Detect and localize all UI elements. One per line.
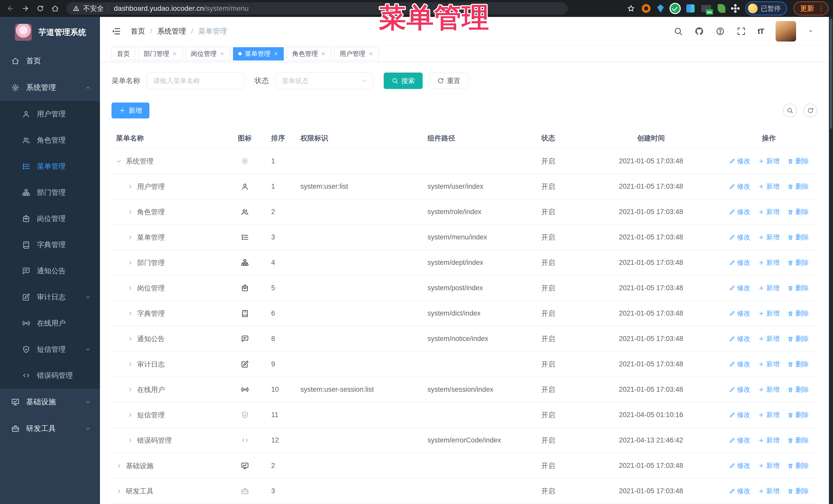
delete-action-link[interactable]: 删除 [787, 182, 809, 191]
tab-menu[interactable]: 菜单管理 [233, 47, 284, 61]
font-size-icon[interactable]: tT [758, 27, 764, 35]
sidebar-item-devtool[interactable]: 研发工具 [0, 415, 100, 442]
onoff-extension-icon[interactable] [701, 5, 711, 12]
sidebar-item-role[interactable]: 角色管理 [0, 127, 100, 153]
delete-action-link[interactable]: 删除 [787, 436, 809, 445]
sidebar-item-errcode[interactable]: 错误码管理 [0, 362, 100, 389]
delete-action-link[interactable]: 删除 [787, 486, 809, 496]
cell-menu-name[interactable]: 部门管理 [112, 258, 225, 267]
cell-menu-name[interactable]: 研发工具 [112, 486, 225, 496]
status-select[interactable]: 菜单状态 [276, 72, 373, 89]
edit-action-link[interactable]: 修改 [729, 461, 751, 470]
add-action-link[interactable]: 新增 [758, 486, 780, 496]
delete-action-link[interactable]: 删除 [787, 208, 809, 216]
address-bar[interactable]: 不安全 dashboard.yudao.iocoder.cn/system/me… [66, 2, 568, 15]
orange-ring-extension-icon[interactable] [642, 4, 650, 13]
scrollbar-thumb[interactable] [830, 19, 832, 129]
fullscreen-icon[interactable] [737, 27, 746, 36]
add-action-link[interactable]: 新增 [758, 284, 780, 292]
delete-action-link[interactable]: 删除 [787, 385, 809, 394]
white-puzzle-extension-icon[interactable] [734, 7, 737, 10]
edit-action-link[interactable]: 修改 [729, 182, 751, 191]
sidebar-item-menu[interactable]: 菜单管理 [0, 153, 100, 179]
add-action-link[interactable]: 新增 [758, 233, 780, 242]
forward-icon[interactable] [20, 3, 31, 14]
delete-action-link[interactable]: 删除 [787, 410, 809, 419]
teal-grid-extension-icon[interactable] [686, 4, 695, 13]
breadcrumb-item[interactable]: 首页 [131, 26, 145, 36]
cell-menu-name[interactable]: 审计日志 [112, 360, 225, 369]
edit-action-link[interactable]: 修改 [729, 334, 751, 343]
delete-action-link[interactable]: 删除 [787, 233, 809, 242]
tab-home[interactable]: 首页 [112, 47, 135, 61]
sidebar-item-dept[interactable]: 部门管理 [0, 179, 100, 206]
delete-action-link[interactable]: 删除 [787, 157, 809, 166]
user-avatar[interactable] [776, 21, 796, 42]
delete-action-link[interactable]: 删除 [787, 258, 809, 267]
add-action-link[interactable]: 新增 [758, 182, 780, 191]
add-action-link[interactable]: 新增 [758, 208, 780, 216]
github-icon[interactable] [695, 27, 704, 36]
green-leaf-extension-icon[interactable] [718, 4, 725, 13]
show-search-toggle-button[interactable] [783, 103, 797, 117]
sidebar-item-post[interactable]: 岗位管理 [0, 206, 100, 232]
add-button[interactable]: 新增 [112, 102, 149, 118]
edit-action-link[interactable]: 修改 [729, 385, 751, 394]
add-action-link[interactable]: 新增 [758, 436, 780, 445]
edit-action-link[interactable]: 修改 [729, 157, 751, 166]
add-action-link[interactable]: 新增 [758, 157, 780, 166]
profile-paused-chip[interactable]: 已暂停 [745, 2, 787, 16]
add-action-link[interactable]: 新增 [758, 385, 780, 394]
add-action-link[interactable]: 新增 [758, 258, 780, 267]
sidebar-item-home[interactable]: 首页 [0, 48, 100, 74]
reload-icon[interactable] [34, 3, 46, 14]
tab-role[interactable]: 角色管理 [287, 47, 331, 61]
delete-action-link[interactable]: 删除 [787, 360, 809, 369]
menu-name-input[interactable] [147, 72, 244, 89]
cell-menu-name[interactable]: 岗位管理 [112, 284, 225, 293]
edit-action-link[interactable]: 修改 [729, 284, 751, 292]
tab-dept[interactable]: 部门管理 [138, 47, 183, 61]
edit-action-link[interactable]: 修改 [729, 410, 751, 419]
reset-button[interactable]: 重置 [429, 73, 468, 89]
sidebar-item-online[interactable]: 在线用户 [0, 310, 100, 336]
sidebar-item-sms[interactable]: 短信管理 [0, 336, 100, 362]
cell-menu-name[interactable]: 基础设施 [112, 461, 225, 471]
edit-action-link[interactable]: 修改 [729, 436, 751, 445]
cell-menu-name[interactable]: 在线用户 [112, 385, 225, 394]
caret-down-icon[interactable] [808, 28, 813, 34]
cell-menu-name[interactable]: 短信管理 [112, 410, 225, 419]
cell-menu-name[interactable]: 错误码管理 [112, 436, 225, 445]
search-button[interactable]: 搜索 [384, 73, 423, 89]
sidebar-item-system[interactable]: 系统管理 [0, 74, 100, 101]
edit-action-link[interactable]: 修改 [729, 258, 751, 267]
browser-update-chip[interactable]: 更新 [793, 2, 828, 16]
cell-menu-name[interactable]: 通知公告 [112, 334, 225, 343]
edit-action-link[interactable]: 修改 [729, 233, 751, 242]
sidebar-item-infra[interactable]: 基础设施 [0, 389, 100, 415]
sidebar-collapse-icon[interactable] [111, 26, 121, 36]
edit-action-link[interactable]: 修改 [729, 360, 751, 369]
delete-action-link[interactable]: 删除 [787, 334, 809, 343]
cell-menu-name[interactable]: 系统管理 [112, 157, 225, 166]
add-action-link[interactable]: 新增 [758, 360, 780, 369]
cell-menu-name[interactable]: 菜单管理 [112, 233, 225, 242]
browser-home-icon[interactable] [49, 3, 61, 14]
add-action-link[interactable]: 新增 [758, 309, 780, 318]
tab-user[interactable]: 用户管理 [334, 47, 379, 61]
app-logo[interactable]: 芋道管理系统 [0, 17, 100, 48]
page-scrollbar[interactable] [829, 17, 833, 504]
delete-action-link[interactable]: 删除 [787, 284, 809, 292]
add-action-link[interactable]: 新增 [758, 334, 780, 343]
refresh-table-button[interactable] [804, 103, 817, 117]
kebab-menu-icon[interactable] [818, 5, 825, 12]
tab-post[interactable]: 岗位管理 [186, 47, 230, 61]
green-check-extension-icon[interactable] [670, 4, 680, 13]
blue-gem-extension-icon[interactable] [657, 4, 664, 13]
breadcrumb-item[interactable]: 系统管理 [158, 26, 186, 36]
edit-action-link[interactable]: 修改 [729, 486, 751, 496]
add-action-link[interactable]: 新增 [758, 410, 780, 419]
add-action-link[interactable]: 新增 [758, 461, 780, 470]
delete-action-link[interactable]: 删除 [787, 461, 809, 470]
cell-menu-name[interactable]: 角色管理 [112, 208, 225, 217]
